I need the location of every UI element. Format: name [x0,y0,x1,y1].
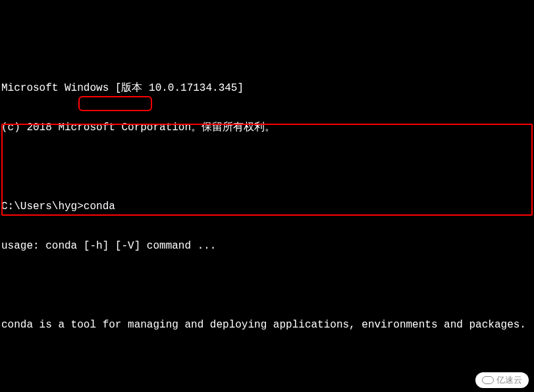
watermark-text: 亿速云 [496,374,522,387]
header-line-2: (c) 2018 Microsoft Corporation。保留所有权利。 [1,121,533,134]
cloud-icon [482,376,494,384]
highlight-annotation-command [78,96,152,111]
terminal-window[interactable]: Microsoft Windows [版本 10.0.17134.345] (c… [0,53,534,392]
watermark-badge: 亿速云 [475,372,529,388]
blank-line [1,279,533,292]
usage-line: usage: conda [-h] [-V] command ... [1,239,533,253]
prompt-line: C:\Users\hyg>conda [1,200,533,213]
description-line: conda is a tool for managing and deployi… [1,318,533,331]
blank-line [1,160,533,174]
header-line-1: Microsoft Windows [版本 10.0.17134.345] [1,82,533,95]
command-input[interactable]: conda [84,201,115,212]
prompt-path: C:\Users\hyg> [1,201,84,212]
blank-line [1,358,533,371]
